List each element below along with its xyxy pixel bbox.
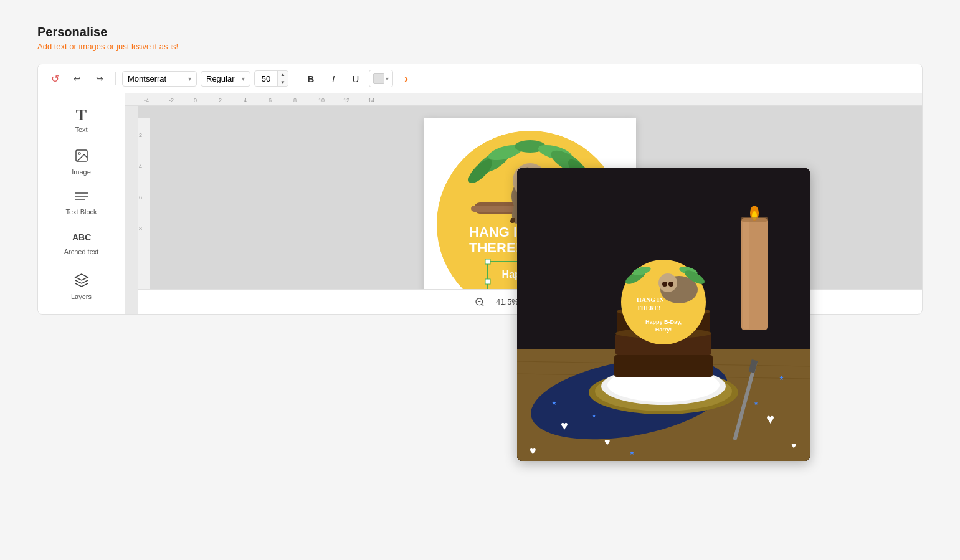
svg-text:6: 6 bbox=[269, 97, 272, 103]
page-subtitle: Add text or images or just leave it as i… bbox=[37, 42, 923, 51]
svg-text:♥: ♥ bbox=[530, 445, 536, 457]
sidebar-item-image-label: Image bbox=[72, 168, 91, 176]
font-size-down[interactable]: ▼ bbox=[278, 78, 288, 86]
sidebar-item-layers[interactable]: Layers bbox=[43, 267, 120, 306]
svg-text:0: 0 bbox=[194, 97, 197, 103]
layers-icon bbox=[74, 273, 89, 290]
font-style-select[interactable]: Regular ▾ bbox=[201, 71, 250, 87]
sidebar-item-layers-label: Layers bbox=[71, 293, 92, 300]
svg-text:2: 2 bbox=[219, 97, 222, 103]
color-chevron: ▾ bbox=[386, 75, 389, 82]
svg-text:♥: ♥ bbox=[766, 411, 774, 427]
page-title: Personalise bbox=[37, 25, 923, 39]
svg-rect-92 bbox=[743, 220, 749, 329]
font-size-arrows: ▲ ▼ bbox=[277, 71, 288, 86]
svg-text:THERE!: THERE! bbox=[469, 240, 520, 255]
ruler-vertical: 2 4 6 8 bbox=[138, 118, 150, 289]
sidebar: T Text Image bbox=[38, 93, 125, 314]
svg-text:14: 14 bbox=[368, 97, 374, 103]
font-size-up[interactable]: ▲ bbox=[278, 71, 288, 78]
font-family-label: Montserrat bbox=[128, 74, 166, 83]
svg-rect-49 bbox=[485, 279, 490, 284]
svg-text:♥: ♥ bbox=[791, 440, 796, 450]
svg-text:8: 8 bbox=[293, 97, 297, 103]
preview-image-inner: HANG IN THERE! Happy B-Day, Harry! ♥ ♥ ♥… bbox=[517, 168, 810, 461]
svg-text:Harry!: Harry! bbox=[655, 326, 672, 333]
subtitle-mid: or just leave bbox=[107, 42, 153, 51]
color-swatch bbox=[373, 73, 384, 84]
svg-rect-75 bbox=[614, 355, 713, 377]
svg-rect-43 bbox=[485, 259, 490, 264]
svg-point-80 bbox=[658, 273, 677, 292]
svg-point-81 bbox=[662, 282, 667, 287]
color-picker-button[interactable]: ▾ bbox=[369, 70, 393, 87]
svg-text:THERE!: THERE! bbox=[637, 305, 660, 311]
undo-button[interactable]: ↩ bbox=[68, 69, 87, 88]
sidebar-item-text-block[interactable]: Text Block bbox=[43, 184, 120, 222]
svg-text:-4: -4 bbox=[144, 97, 149, 103]
bold-button[interactable]: B bbox=[302, 69, 320, 88]
subtitle-link-images[interactable]: images bbox=[78, 42, 105, 51]
svg-text:12: 12 bbox=[343, 97, 349, 103]
arched-text-icon: ABC bbox=[71, 230, 92, 245]
image-icon bbox=[74, 148, 89, 166]
svg-text:★: ★ bbox=[754, 401, 758, 406]
zoom-out-button[interactable] bbox=[471, 293, 488, 311]
svg-text:8: 8 bbox=[139, 225, 142, 232]
subtitle-link-it[interactable]: it bbox=[153, 42, 158, 51]
svg-text:★: ★ bbox=[629, 449, 635, 456]
page-header: Personalise Add text or images or just l… bbox=[0, 0, 960, 64]
redo-button[interactable]: ↪ bbox=[90, 69, 109, 88]
svg-text:10: 10 bbox=[318, 97, 325, 103]
subtitle-text: Add text or bbox=[37, 42, 78, 51]
preview-scene-svg: HANG IN THERE! Happy B-Day, Harry! ♥ ♥ ♥… bbox=[517, 168, 810, 461]
font-family-select[interactable]: Montserrat ▾ bbox=[122, 71, 197, 87]
font-size-input[interactable] bbox=[255, 72, 277, 86]
font-style-chevron: ▾ bbox=[242, 75, 245, 82]
svg-text:ABC: ABC bbox=[72, 232, 91, 242]
svg-text:★: ★ bbox=[779, 374, 784, 381]
svg-text:HANG IN: HANG IN bbox=[637, 297, 664, 303]
sidebar-item-text-block-label: Text Block bbox=[65, 208, 97, 216]
svg-text:★: ★ bbox=[551, 399, 557, 406]
font-size-control[interactable]: ▲ ▼ bbox=[254, 70, 288, 87]
ruler-horizontal: -4 -2 0 2 4 6 8 10 12 14 bbox=[125, 93, 922, 106]
sidebar-item-arched-text[interactable]: ABC Arched text bbox=[43, 224, 120, 262]
svg-text:-2: -2 bbox=[169, 97, 174, 103]
sidebar-item-text-label: Text bbox=[75, 126, 87, 133]
underline-button[interactable]: U bbox=[346, 69, 365, 88]
svg-point-82 bbox=[668, 282, 673, 287]
text-block-icon bbox=[74, 191, 89, 206]
toolbar-sep-1 bbox=[115, 72, 116, 85]
more-options-button[interactable]: › bbox=[397, 69, 416, 88]
svg-text:Happy B-Day,: Happy B-Day, bbox=[645, 319, 682, 325]
subtitle-end: as is! bbox=[159, 42, 178, 51]
sidebar-item-arched-text-label: Arched text bbox=[64, 248, 99, 255]
italic-button[interactable]: I bbox=[324, 69, 343, 88]
font-family-chevron: ▾ bbox=[188, 75, 191, 82]
sidebar-item-image[interactable]: Image bbox=[43, 142, 120, 182]
history-button[interactable]: ↺ bbox=[45, 69, 64, 88]
toolbar-sep-2 bbox=[295, 72, 295, 85]
svg-text:6: 6 bbox=[139, 194, 142, 201]
text-icon: T bbox=[76, 107, 87, 123]
svg-rect-95 bbox=[741, 217, 768, 222]
svg-text:♥: ♥ bbox=[561, 419, 568, 432]
svg-line-57 bbox=[482, 304, 483, 306]
svg-text:2: 2 bbox=[139, 132, 142, 138]
svg-text:♥: ♥ bbox=[604, 437, 611, 447]
svg-text:4: 4 bbox=[244, 97, 247, 103]
svg-text:4: 4 bbox=[139, 163, 142, 169]
svg-point-1 bbox=[78, 153, 80, 154]
font-style-label: Regular bbox=[206, 74, 235, 83]
svg-text:★: ★ bbox=[592, 413, 596, 419]
preview-image: HANG IN THERE! Happy B-Day, Harry! ♥ ♥ ♥… bbox=[517, 168, 810, 461]
toolbar: ↺ ↩ ↪ Montserrat ▾ Regular ▾ ▲ ▼ B I U ▾… bbox=[38, 64, 922, 93]
sidebar-item-text[interactable]: T Text bbox=[43, 101, 120, 140]
